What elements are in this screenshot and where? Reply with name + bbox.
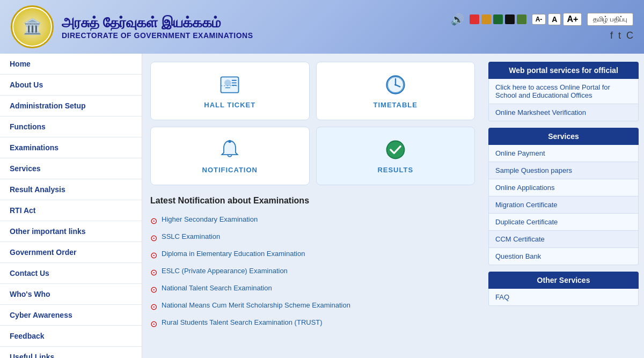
sidebar-item-functions[interactable]: Functions bbox=[0, 116, 142, 137]
services-item-4[interactable]: Duplicate Certificate bbox=[488, 214, 639, 231]
notification-item-5[interactable]: ⊙ National Means Cum Merit Scholarship S… bbox=[150, 298, 475, 315]
color-swatches bbox=[470, 14, 526, 24]
font-normal-button[interactable]: A bbox=[548, 13, 561, 25]
twitter-icon[interactable]: t bbox=[618, 30, 621, 41]
sidebar-item-feedback[interactable]: Feedback bbox=[0, 326, 142, 347]
svg-rect-4 bbox=[232, 82, 237, 83]
notification-item-2[interactable]: ⊙ Diploma in Elementary Education Examin… bbox=[150, 246, 475, 264]
logo-icon: 🏛️ bbox=[23, 19, 42, 34]
sidebar-item-examinations[interactable]: Examinations bbox=[0, 137, 142, 158]
notifications-heading: Latest Notification about Examinations bbox=[150, 196, 475, 206]
tamil-version-button[interactable]: தமிழ் பதிப்பு bbox=[587, 13, 633, 26]
swatch-black[interactable] bbox=[505, 14, 515, 24]
bullet-icon-6: ⊙ bbox=[150, 319, 157, 329]
quick-links-grid: HALL TICKET TIMETABLE bbox=[150, 62, 475, 185]
header: 🏛️ அரசுத் தேர்வுகள் இயக்ககம் DIRECTORATE… bbox=[0, 0, 644, 54]
swatch-yellow[interactable] bbox=[481, 14, 491, 24]
notification-item-0[interactable]: ⊙ Higher Secondary Examination bbox=[150, 212, 475, 229]
header-left: 🏛️ அரசுத் தேர்வுகள் இயக்ககம் DIRECTORATE… bbox=[11, 5, 253, 48]
sidebar-item-result-analysis[interactable]: Result Analysis bbox=[0, 179, 142, 200]
bullet-icon-1: ⊙ bbox=[150, 233, 157, 243]
notification-item-6[interactable]: ⊙ Rural Students Talent Search Examinati… bbox=[150, 315, 475, 332]
other-services-item-0[interactable]: FAQ bbox=[488, 289, 639, 306]
speaker-icon[interactable]: 🔊 bbox=[451, 13, 464, 26]
header-title: அரசுத் தேர்வுகள் இயக்ககம் DIRECTORATE OF… bbox=[62, 14, 253, 40]
sidebar-item-government-order[interactable]: Government Order bbox=[0, 242, 142, 263]
main-layout: Home About Us Administration Setup Funct… bbox=[0, 54, 644, 358]
portal-header: Web portal services for official bbox=[488, 62, 639, 79]
svg-point-11 bbox=[394, 84, 397, 86]
services-item-5[interactable]: CCM Certificate bbox=[488, 231, 639, 248]
timetable-icon bbox=[384, 73, 407, 97]
font-decrease-button[interactable]: A- bbox=[532, 14, 546, 25]
services-item-6[interactable]: Question Bank bbox=[488, 248, 639, 265]
bullet-icon-0: ⊙ bbox=[150, 216, 157, 226]
swatch-red[interactable] bbox=[470, 14, 479, 24]
portal-section: Web portal services for official Click h… bbox=[488, 62, 639, 121]
sidebar-item-useful-links[interactable]: Useful Links bbox=[0, 347, 142, 358]
sidebar-item-contact-us[interactable]: Contact Us bbox=[0, 263, 142, 284]
svg-point-13 bbox=[386, 141, 404, 159]
other-services-section: Other Services FAQ bbox=[488, 272, 639, 306]
sidebar-item-rti-act[interactable]: RTI Act bbox=[0, 200, 142, 221]
swatch-darkgreen[interactable] bbox=[517, 14, 526, 24]
notification-item-1[interactable]: ⊙ SSLC Examination bbox=[150, 229, 475, 246]
portal-item-1[interactable]: Online Marksheet Verification bbox=[488, 104, 639, 121]
bullet-icon-2: ⊙ bbox=[150, 250, 157, 260]
facebook-icon[interactable]: f bbox=[610, 30, 613, 41]
portal-item-0[interactable]: Click here to access Online Portal for S… bbox=[488, 79, 639, 104]
timetable-label: TIMETABLE bbox=[374, 101, 418, 109]
notifications-section: Latest Notification about Examinations ⊙… bbox=[150, 196, 475, 332]
header-controls: 🔊 A- A A+ தமிழ் பதிப்பு bbox=[451, 13, 633, 26]
sidebar-item-other-links[interactable]: Other important links bbox=[0, 221, 142, 242]
sidebar-item-about-us[interactable]: About Us bbox=[0, 75, 142, 96]
notification-label: NOTIFICATION bbox=[202, 166, 258, 174]
svg-point-1 bbox=[225, 80, 231, 86]
title-tamil: அரசுத் தேர்வுகள் இயக்ககம் bbox=[62, 14, 253, 31]
services-item-2[interactable]: Online Applications bbox=[488, 179, 639, 196]
services-header: Services bbox=[488, 128, 639, 145]
title-english: DIRECTORATE OF GOVERNMENT EXAMINATIONS bbox=[62, 31, 253, 40]
services-item-0[interactable]: Online Payment bbox=[488, 145, 639, 162]
notification-item-3[interactable]: ⊙ ESLC (Private Appearance) Examination bbox=[150, 264, 475, 281]
sidebar: Home About Us Administration Setup Funct… bbox=[0, 54, 142, 358]
notification-card[interactable]: NOTIFICATION bbox=[150, 127, 310, 185]
services-item-3[interactable]: Migration Certificate bbox=[488, 196, 639, 214]
main-content: HALL TICKET TIMETABLE bbox=[142, 54, 483, 358]
services-item-1[interactable]: Sample Question papers bbox=[488, 162, 639, 179]
social-icons: f t C bbox=[610, 30, 633, 41]
bullet-icon-3: ⊙ bbox=[150, 267, 157, 277]
sidebar-item-home[interactable]: Home bbox=[0, 54, 142, 75]
notification-item-4[interactable]: ⊙ National Talent Search Examination bbox=[150, 281, 475, 298]
instagram-icon[interactable]: C bbox=[626, 30, 633, 41]
hall-ticket-card[interactable]: HALL TICKET bbox=[150, 62, 310, 120]
right-sidebar: Web portal services for official Click h… bbox=[483, 54, 644, 358]
svg-point-12 bbox=[229, 140, 232, 143]
sidebar-item-whos-who[interactable]: Who's Who bbox=[0, 284, 142, 305]
other-services-header: Other Services bbox=[488, 272, 639, 289]
header-right: 🔊 A- A A+ தமிழ் பதிப்பு f t C bbox=[451, 13, 633, 41]
results-label: RESULTS bbox=[377, 166, 413, 174]
bullet-icon-4: ⊙ bbox=[150, 284, 157, 295]
logo: 🏛️ bbox=[11, 5, 54, 48]
results-card[interactable]: RESULTS bbox=[316, 127, 475, 185]
hall-ticket-label: HALL TICKET bbox=[204, 101, 255, 109]
bullet-icon-5: ⊙ bbox=[150, 302, 157, 312]
hall-ticket-icon bbox=[218, 73, 241, 97]
swatch-green[interactable] bbox=[493, 14, 503, 24]
results-icon bbox=[384, 138, 407, 162]
services-section: Services Online Payment Sample Question … bbox=[488, 128, 639, 265]
notification-icon bbox=[218, 138, 241, 162]
sidebar-item-services[interactable]: Services bbox=[0, 158, 142, 179]
svg-rect-3 bbox=[232, 80, 237, 81]
font-increase-button[interactable]: A+ bbox=[563, 13, 582, 26]
sidebar-item-cyber-awareness[interactable]: Cyber Awareness bbox=[0, 305, 142, 326]
timetable-card[interactable]: TIMETABLE bbox=[316, 62, 475, 120]
font-controls: A- A A+ bbox=[532, 13, 582, 26]
sidebar-item-administration-setup[interactable]: Administration Setup bbox=[0, 96, 142, 116]
